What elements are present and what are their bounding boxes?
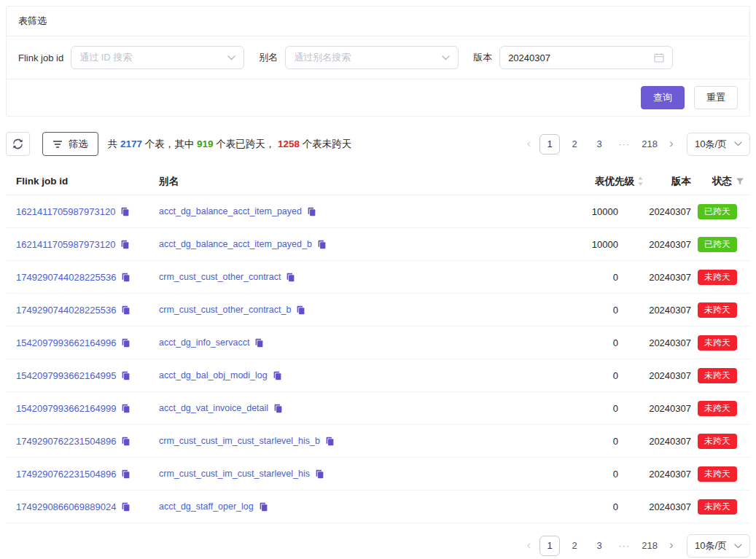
next-page-button[interactable]: ›	[663, 536, 680, 556]
flink-job-id-link[interactable]: 1749290744028225536	[16, 272, 116, 283]
reset-button[interactable]: 重置	[694, 86, 738, 109]
copy-icon[interactable]	[296, 305, 305, 315]
copy-icon[interactable]	[286, 273, 295, 282]
alias-link[interactable]: acct_dg_vat_invoice_detail	[159, 403, 268, 413]
cell-status: 未跨天	[693, 335, 750, 351]
cell-priority: 0	[443, 370, 647, 381]
cell-flink-job-id: 1621411705987973120	[6, 239, 153, 250]
status-badge: 未跨天	[698, 466, 737, 482]
page-item-1[interactable]: 1	[539, 536, 560, 556]
filter-toggle-label: 筛选	[69, 138, 88, 151]
sort-icon[interactable]	[636, 176, 644, 187]
copy-icon[interactable]	[121, 338, 130, 348]
cell-alias: acct_dg_balance_acct_item_payed_b	[153, 239, 443, 249]
copy-icon[interactable]	[317, 240, 327, 249]
page-item-3[interactable]: 3	[589, 536, 609, 556]
copy-icon[interactable]	[307, 207, 316, 216]
version-date-input[interactable]: 20240307	[499, 46, 673, 69]
copy-icon[interactable]	[121, 305, 130, 315]
page-item-3[interactable]: 3	[589, 134, 609, 155]
filter-toggle-button[interactable]: 筛选	[42, 132, 98, 156]
pagination-bottom: ‹ 1 2 3 ··· 218 › 10条/页	[520, 534, 750, 558]
summary-text: 共 2177 个表，其中 919 个表已跨天， 1258 个表未跨天	[108, 138, 352, 151]
page-size-select[interactable]: 10条/页	[687, 534, 750, 558]
filter-funnel-icon[interactable]	[736, 177, 744, 186]
copy-icon[interactable]	[315, 469, 324, 479]
prev-page-button[interactable]: ‹	[520, 536, 537, 556]
copy-icon[interactable]	[273, 404, 283, 413]
table-toolbar: 筛选 共 2177 个表，其中 919 个表已跨天， 1258 个表未跨天 ‹ …	[6, 132, 750, 156]
prev-page-button[interactable]: ‹	[520, 134, 537, 155]
cell-version: 20240307	[647, 239, 693, 250]
flink-job-id-select[interactable]: 通过 ID 搜索	[71, 46, 244, 69]
query-button[interactable]: 查询	[641, 86, 685, 109]
copy-icon[interactable]	[120, 240, 130, 249]
page-ellipsis[interactable]: ···	[614, 536, 634, 556]
cell-version: 20240307	[647, 370, 693, 381]
copy-icon[interactable]	[121, 469, 130, 479]
cell-alias: crm_cust_cust_other_contract	[153, 272, 443, 282]
flink-job-id-link[interactable]: 1749290762231504896	[16, 469, 116, 480]
cell-alias: crm_cust_cust_im_cust_starlevel_his_b	[153, 436, 443, 446]
chevron-down-icon	[227, 55, 235, 60]
copy-icon[interactable]	[325, 437, 335, 446]
alias-link[interactable]: acct_dg_bal_obj_modi_log	[159, 370, 268, 380]
page-size-select[interactable]: 10条/页	[687, 133, 750, 156]
alias-link[interactable]: crm_cust_cust_other_contract	[159, 272, 281, 282]
page-item-2[interactable]: 2	[564, 536, 585, 556]
page-item-1[interactable]: 1	[539, 134, 560, 155]
next-page-button[interactable]: ›	[663, 134, 680, 155]
copy-icon[interactable]	[121, 371, 130, 380]
alias-link[interactable]: acct_dg_balance_acct_item_payed_b	[159, 239, 312, 249]
flink-job-id-link[interactable]: 1542097993662164999	[16, 403, 116, 414]
page-item-218[interactable]: 218	[639, 536, 660, 556]
cell-priority: 0	[443, 305, 647, 316]
status-badge: 未跨天	[698, 401, 737, 416]
copy-icon[interactable]	[121, 404, 130, 413]
page-item-218[interactable]: 218	[639, 134, 660, 155]
flink-job-id-link[interactable]: 1749290744028225536	[16, 305, 116, 316]
table-row: 1621411705987973120 acct_dg_balance_acct…	[6, 228, 750, 261]
table-header-row: Flink job id 别名 表优先级 版本 状态	[6, 168, 750, 195]
refresh-icon	[12, 138, 23, 149]
flink-job-id-link[interactable]: 1621411705987973120	[16, 206, 115, 217]
alias-link[interactable]: crm_cust_cust_im_cust_starlevel_his_b	[159, 436, 320, 446]
copy-icon[interactable]	[121, 502, 130, 512]
refresh-button[interactable]	[6, 132, 30, 156]
copy-icon[interactable]	[259, 502, 268, 512]
calendar-icon	[654, 52, 664, 63]
alias-select[interactable]: 通过别名搜索	[285, 46, 459, 69]
flink-job-id-link[interactable]: 1542097993662164995	[16, 370, 116, 381]
cell-version: 20240307	[647, 206, 693, 217]
page-size-label: 10条/页	[695, 539, 727, 552]
cell-version: 20240307	[647, 436, 693, 447]
page-item-2[interactable]: 2	[564, 134, 585, 155]
cell-status: 未跨天	[693, 434, 750, 449]
version-label: 版本	[473, 51, 492, 64]
alias-link[interactable]: crm_cust_cust_im_cust_starlevel_his	[159, 469, 310, 479]
alias-link[interactable]: acct_dg_info_servacct	[159, 337, 249, 348]
page-ellipsis[interactable]: ···	[614, 134, 634, 155]
pagination-top: ‹ 1 2 3 ··· 218 › 10条/页	[520, 133, 750, 156]
copy-icon[interactable]	[120, 207, 130, 216]
alias-link[interactable]: crm_cust_cust_other_contract_b	[159, 305, 291, 315]
cell-status: 未跨天	[693, 466, 750, 482]
copy-icon[interactable]	[254, 338, 264, 348]
alias-link[interactable]: acct_dg_staff_oper_log	[159, 501, 254, 512]
version-value: 20240307	[508, 52, 550, 63]
copy-icon[interactable]	[273, 371, 282, 380]
alias-link[interactable]: acct_dg_balance_acct_item_payed	[159, 206, 302, 216]
header-priority[interactable]: 表优先级	[443, 175, 647, 188]
copy-icon[interactable]	[121, 437, 130, 446]
cell-priority: 0	[443, 272, 647, 283]
cell-flink-job-id: 1621411705987973120	[6, 206, 153, 217]
flink-job-id-link[interactable]: 1749290866069889024	[16, 501, 116, 512]
cell-priority: 10000	[443, 239, 647, 250]
flink-job-id-link[interactable]: 1542097993662164996	[16, 337, 116, 348]
copy-icon[interactable]	[121, 273, 130, 282]
flink-job-id-link[interactable]: 1621411705987973120	[16, 239, 115, 250]
cell-priority: 0	[443, 403, 647, 414]
flink-job-id-link[interactable]: 1749290762231504896	[16, 436, 116, 447]
table-row: 1749290744028225536 crm_cust_cust_other_…	[6, 294, 750, 327]
cell-status: 未跨天	[693, 368, 750, 383]
